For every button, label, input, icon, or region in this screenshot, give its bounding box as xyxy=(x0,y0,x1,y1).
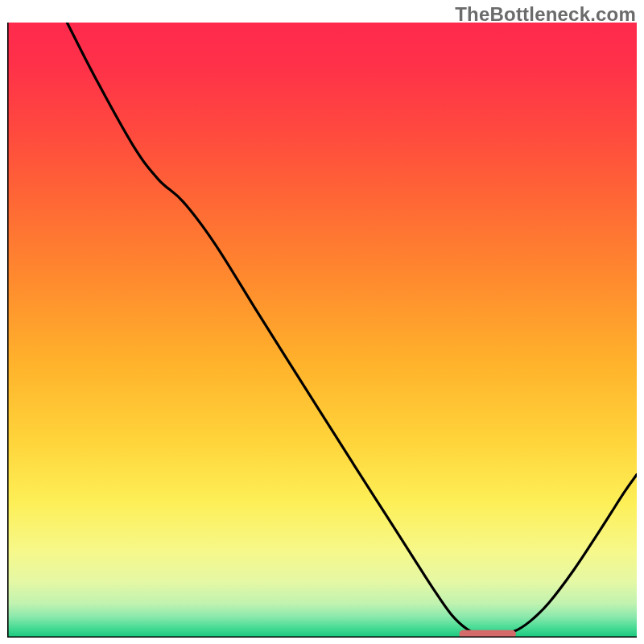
chart-frame: TheBottleneck.com xyxy=(0,0,644,644)
chart-svg xyxy=(7,23,637,638)
gradient-background xyxy=(7,23,637,638)
plot-area xyxy=(7,23,637,638)
